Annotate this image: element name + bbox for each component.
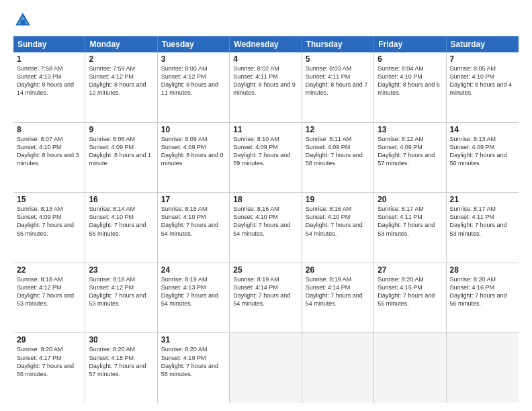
day-number: 19 (306, 195, 370, 204)
day-cell-empty-4-4 (302, 333, 374, 403)
day-cell-11: 11Sunrise: 8:10 AM Sunset: 4:09 PM Dayli… (230, 123, 302, 193)
day-cell-29: 29Sunrise: 8:20 AM Sunset: 4:17 PM Dayli… (13, 333, 85, 403)
calendar-row-2: 15Sunrise: 8:13 AM Sunset: 4:09 PM Dayli… (13, 193, 519, 263)
day-cell-5: 5Sunrise: 8:03 AM Sunset: 4:11 PM Daylig… (302, 52, 374, 122)
cell-info: Sunrise: 8:14 AM Sunset: 4:10 PM Dayligh… (89, 205, 153, 238)
day-number: 29 (17, 335, 81, 345)
day-cell-16: 16Sunrise: 8:14 AM Sunset: 4:10 PM Dayli… (85, 193, 157, 263)
day-cell-8: 8Sunrise: 8:07 AM Sunset: 4:10 PM Daylig… (13, 123, 85, 193)
cell-info: Sunrise: 7:58 AM Sunset: 4:13 PM Dayligh… (17, 64, 81, 97)
day-number: 16 (89, 195, 153, 204)
day-number: 28 (450, 265, 515, 275)
weekday-header-thursday: Thursday (302, 36, 374, 52)
day-number: 6 (378, 54, 442, 64)
day-number: 7 (450, 54, 515, 64)
day-number: 9 (89, 125, 153, 134)
weekday-header-friday: Friday (374, 36, 446, 52)
day-number: 25 (233, 265, 298, 275)
weekday-header-monday: Monday (85, 36, 157, 52)
day-cell-7: 7Sunrise: 8:05 AM Sunset: 4:10 PM Daylig… (447, 52, 519, 122)
day-cell-30: 30Sunrise: 8:20 AM Sunset: 4:18 PM Dayli… (85, 333, 157, 403)
day-cell-31: 31Sunrise: 8:20 AM Sunset: 4:19 PM Dayli… (158, 333, 230, 403)
day-number: 5 (306, 54, 370, 64)
cell-info: Sunrise: 8:00 AM Sunset: 4:12 PM Dayligh… (161, 64, 226, 97)
day-number: 21 (450, 195, 515, 204)
cell-info: Sunrise: 8:15 AM Sunset: 4:10 PM Dayligh… (161, 205, 226, 238)
day-number: 18 (233, 195, 298, 204)
day-number: 27 (378, 265, 442, 275)
day-cell-15: 15Sunrise: 8:13 AM Sunset: 4:09 PM Dayli… (13, 193, 85, 263)
cell-info: Sunrise: 8:20 AM Sunset: 4:16 PM Dayligh… (450, 275, 515, 308)
day-number: 1 (17, 54, 81, 64)
cell-info: Sunrise: 8:20 AM Sunset: 4:15 PM Dayligh… (378, 275, 442, 308)
day-cell-empty-4-3 (230, 333, 302, 403)
cell-info: Sunrise: 8:10 AM Sunset: 4:09 PM Dayligh… (233, 135, 298, 168)
day-number: 15 (17, 195, 81, 204)
weekday-header-saturday: Saturday (447, 36, 519, 52)
logo (13, 11, 35, 30)
day-cell-20: 20Sunrise: 8:17 AM Sunset: 4:11 PM Dayli… (374, 193, 446, 263)
day-cell-empty-4-5 (374, 333, 446, 403)
day-cell-25: 25Sunrise: 8:19 AM Sunset: 4:14 PM Dayli… (230, 263, 302, 333)
day-cell-24: 24Sunrise: 8:19 AM Sunset: 4:13 PM Dayli… (158, 263, 230, 333)
day-cell-2: 2Sunrise: 7:59 AM Sunset: 4:12 PM Daylig… (85, 52, 157, 122)
day-cell-28: 28Sunrise: 8:20 AM Sunset: 4:16 PM Dayli… (447, 263, 519, 333)
cell-info: Sunrise: 8:13 AM Sunset: 4:09 PM Dayligh… (450, 135, 515, 168)
day-cell-empty-4-6 (447, 333, 519, 403)
day-number: 4 (233, 54, 298, 64)
day-cell-22: 22Sunrise: 8:18 AM Sunset: 4:12 PM Dayli… (13, 263, 85, 333)
cell-info: Sunrise: 8:20 AM Sunset: 4:18 PM Dayligh… (89, 345, 153, 378)
cell-info: Sunrise: 8:16 AM Sunset: 4:10 PM Dayligh… (306, 205, 370, 238)
calendar-row-4: 29Sunrise: 8:20 AM Sunset: 4:17 PM Dayli… (13, 333, 519, 403)
header (13, 11, 519, 30)
day-number: 24 (161, 265, 226, 275)
calendar-row-0: 1Sunrise: 7:58 AM Sunset: 4:13 PM Daylig… (13, 52, 519, 123)
day-cell-23: 23Sunrise: 8:18 AM Sunset: 4:12 PM Dayli… (85, 263, 157, 333)
day-number: 26 (306, 265, 370, 275)
day-number: 2 (89, 54, 153, 64)
weekday-header-sunday: Sunday (13, 36, 85, 52)
cell-info: Sunrise: 8:03 AM Sunset: 4:11 PM Dayligh… (306, 64, 370, 97)
day-cell-6: 6Sunrise: 8:04 AM Sunset: 4:10 PM Daylig… (374, 52, 446, 122)
cell-info: Sunrise: 8:20 AM Sunset: 4:17 PM Dayligh… (17, 345, 81, 378)
day-number: 23 (89, 265, 153, 275)
cell-info: Sunrise: 8:17 AM Sunset: 4:11 PM Dayligh… (378, 205, 442, 238)
day-cell-27: 27Sunrise: 8:20 AM Sunset: 4:15 PM Dayli… (374, 263, 446, 333)
cell-info: Sunrise: 8:18 AM Sunset: 4:12 PM Dayligh… (89, 275, 153, 308)
day-cell-18: 18Sunrise: 8:16 AM Sunset: 4:10 PM Dayli… (230, 193, 302, 263)
cell-info: Sunrise: 8:12 AM Sunset: 4:09 PM Dayligh… (378, 135, 442, 168)
day-cell-12: 12Sunrise: 8:11 AM Sunset: 4:09 PM Dayli… (302, 123, 374, 193)
day-number: 14 (450, 125, 515, 134)
day-number: 31 (161, 335, 226, 345)
day-cell-14: 14Sunrise: 8:13 AM Sunset: 4:09 PM Dayli… (447, 123, 519, 193)
day-cell-21: 21Sunrise: 8:17 AM Sunset: 4:11 PM Dayli… (447, 193, 519, 263)
cell-info: Sunrise: 8:11 AM Sunset: 4:09 PM Dayligh… (306, 135, 370, 168)
day-number: 12 (306, 125, 370, 134)
cell-info: Sunrise: 8:08 AM Sunset: 4:09 PM Dayligh… (89, 135, 153, 168)
weekday-header-wednesday: Wednesday (230, 36, 302, 52)
day-number: 8 (17, 125, 81, 134)
day-cell-19: 19Sunrise: 8:16 AM Sunset: 4:10 PM Dayli… (302, 193, 374, 263)
cell-info: Sunrise: 8:02 AM Sunset: 4:11 PM Dayligh… (233, 64, 298, 97)
cell-info: Sunrise: 8:19 AM Sunset: 4:14 PM Dayligh… (233, 275, 298, 308)
day-number: 3 (161, 54, 226, 64)
day-number: 30 (89, 335, 153, 345)
svg-rect-2 (21, 20, 25, 26)
page: SundayMondayTuesdayWednesdayThursdayFrid… (0, 0, 532, 411)
cell-info: Sunrise: 7:59 AM Sunset: 4:12 PM Dayligh… (89, 64, 153, 97)
calendar-body: 1Sunrise: 7:58 AM Sunset: 4:13 PM Daylig… (13, 52, 519, 403)
day-number: 22 (17, 265, 81, 275)
cell-info: Sunrise: 8:09 AM Sunset: 4:09 PM Dayligh… (161, 135, 226, 168)
calendar-row-1: 8Sunrise: 8:07 AM Sunset: 4:10 PM Daylig… (13, 123, 519, 193)
weekday-header-tuesday: Tuesday (158, 36, 230, 52)
logo-icon (13, 11, 32, 30)
day-number: 13 (378, 125, 442, 134)
cell-info: Sunrise: 8:04 AM Sunset: 4:10 PM Dayligh… (378, 64, 442, 97)
cell-info: Sunrise: 8:19 AM Sunset: 4:14 PM Dayligh… (306, 275, 370, 308)
calendar: SundayMondayTuesdayWednesdayThursdayFrid… (13, 36, 519, 403)
day-cell-4: 4Sunrise: 8:02 AM Sunset: 4:11 PM Daylig… (230, 52, 302, 122)
day-cell-1: 1Sunrise: 7:58 AM Sunset: 4:13 PM Daylig… (13, 52, 85, 122)
cell-info: Sunrise: 8:07 AM Sunset: 4:10 PM Dayligh… (17, 135, 81, 168)
day-cell-9: 9Sunrise: 8:08 AM Sunset: 4:09 PM Daylig… (85, 123, 157, 193)
day-cell-13: 13Sunrise: 8:12 AM Sunset: 4:09 PM Dayli… (374, 123, 446, 193)
